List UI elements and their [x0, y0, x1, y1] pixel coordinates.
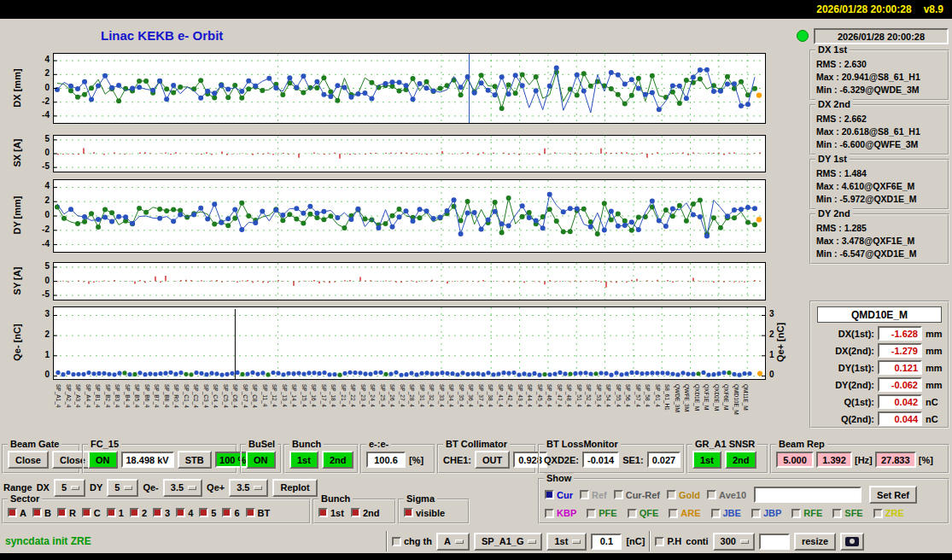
gr-snsr-2nd-button[interactable]: 2nd [725, 451, 757, 469]
bunch-2nd-button[interactable]: 2nd [322, 451, 354, 469]
sector-item-2[interactable]: 2 [130, 508, 147, 518]
sigma-item-visible[interactable]: visible [404, 508, 445, 518]
show-item-cur[interactable]: Cur [545, 490, 573, 500]
snapshot-button[interactable] [840, 533, 864, 551]
sector-checkbox-bt[interactable] [246, 508, 255, 517]
show-region-checkbox-are[interactable] [669, 509, 678, 518]
show-item-ref[interactable]: Ref [580, 490, 607, 500]
blank-input[interactable] [759, 534, 790, 550]
show-region-checkbox-sfe[interactable] [832, 509, 842, 518]
threshold-field[interactable]: 0.1 [591, 534, 622, 550]
tick-label: 2 [32, 195, 50, 205]
chg-th-checkbox[interactable] [392, 537, 401, 546]
show-region-item-rfe[interactable]: RFE [791, 508, 822, 518]
show-region-checkbox-rfe[interactable] [791, 509, 801, 518]
busel-on-button[interactable]: ON [246, 451, 276, 469]
sector-item-6[interactable]: 6 [222, 508, 239, 518]
show-region-checkbox-qfe[interactable] [628, 509, 637, 518]
sector-item-b[interactable]: B [32, 508, 51, 518]
ph-checkbox[interactable] [655, 537, 664, 546]
show-item-gold[interactable]: Gold [667, 490, 700, 500]
show-region-checkbox-jbp[interactable] [751, 509, 761, 518]
sector-item-5[interactable]: 5 [199, 508, 216, 518]
sector-checkbox-2[interactable] [130, 508, 139, 517]
che1-out-button[interactable]: OUT [475, 451, 510, 469]
range-dy-select[interactable]: 5 [107, 479, 138, 497]
sector-item-3[interactable]: 3 [153, 508, 170, 518]
fc15-stb-button[interactable]: STB [178, 451, 212, 469]
show-region-item-sfe[interactable]: SFE [832, 508, 862, 518]
x-axis-label: SP_56_4 [625, 384, 631, 407]
show-region-checkbox-kbp[interactable] [545, 509, 554, 518]
sector-a-select[interactable]: A [436, 533, 470, 551]
show-checkbox-cur[interactable] [545, 490, 554, 499]
sector-item-4[interactable]: 4 [176, 508, 193, 518]
show-checkbox-cur-ref[interactable] [614, 490, 623, 499]
show-region-item-pfe[interactable]: PFE [587, 508, 616, 518]
beam-gate-close1-button[interactable]: Close [8, 451, 49, 469]
x-axis-label: SP_18_4 [330, 384, 336, 407]
sector-checkbox-c[interactable] [82, 508, 91, 517]
show-region-checkbox-jbe[interactable] [711, 509, 721, 518]
sector-checkbox-4[interactable] [176, 508, 185, 517]
bunch-1st-select[interactable]: 1st [546, 533, 587, 551]
x-axis-label: QMD10E_M [733, 384, 739, 415]
interval-select[interactable]: 300 [713, 533, 755, 551]
sector-checkbox-1[interactable] [107, 508, 116, 517]
replot-button[interactable]: Replot [272, 479, 317, 497]
sector-checkbox-5[interactable] [199, 508, 208, 517]
bunch-select-item-2nd[interactable]: 2nd [351, 508, 380, 518]
bunch-select-item-1st[interactable]: 1st [318, 508, 344, 518]
sector-checkbox-3[interactable] [153, 508, 162, 517]
stats-group-title: DY 2nd [815, 208, 853, 219]
sector-item-c[interactable]: C [82, 508, 101, 518]
show-region-item-qfe[interactable]: QFE [628, 508, 659, 518]
bunch-1st-button[interactable]: 1st [289, 451, 318, 469]
show-item-ave10[interactable]: Ave10 [707, 490, 746, 500]
sector-item-a[interactable]: A [8, 508, 26, 518]
stats-line: Min : -5.972@QXD1E_M [816, 193, 945, 206]
fc15-on-button[interactable]: ON [88, 451, 118, 469]
x-axis-label: SP_33_4 [439, 384, 445, 407]
show-region-checkbox-pfe[interactable] [587, 509, 596, 518]
show-region-item-are[interactable]: ARE [669, 508, 700, 518]
range-qep-select[interactable]: 3.5 [229, 479, 268, 497]
show-item-cur-ref[interactable]: Cur-Ref [614, 490, 660, 500]
sector-item-1[interactable]: 1 [107, 508, 124, 518]
show-checkbox-ref[interactable] [580, 490, 589, 499]
fc15-kv-field: 18.498 kV [121, 452, 174, 468]
monitor-row-label: DY(2nd): [815, 380, 874, 390]
show-checkbox-ave10[interactable] [707, 490, 716, 499]
range-row: Range DX 5 DY 5 Qe- 3.5 Qe+ 3.5 Replot [3, 477, 318, 498]
sector-checkbox-b[interactable] [32, 508, 42, 517]
stats-line: Min : -6.329@QWDE_3M [816, 84, 945, 96]
sp-select[interactable]: SP_A1_G [474, 533, 543, 551]
show-region-label: ZRE [885, 508, 904, 518]
bunch-select-checkbox-1st[interactable] [318, 508, 328, 517]
ph-checkbox-item[interactable]: P.H [655, 536, 681, 546]
show-region-item-kbp[interactable]: KBP [545, 508, 576, 518]
show-checkbox-gold[interactable] [667, 490, 676, 499]
status-message: syncdata init ZRE [5, 535, 91, 547]
sector-item-bt[interactable]: BT [246, 508, 271, 518]
bunch-select-checkbox-2nd[interactable] [351, 508, 360, 517]
sector-checkbox-r[interactable] [57, 508, 67, 517]
resize-button[interactable]: resize [794, 533, 836, 551]
range-qem-select[interactable]: 3.5 [163, 479, 202, 497]
sector-checkbox-a[interactable] [8, 508, 17, 517]
chg-th-checkbox-item[interactable]: chg th [392, 536, 432, 546]
show-region-checkbox-zre[interactable] [873, 509, 883, 518]
set-ref-button[interactable]: Set Ref [869, 486, 917, 504]
sector-item-r[interactable]: R [57, 508, 76, 518]
sigma-checkbox-visible[interactable] [404, 508, 413, 517]
ref-name-input[interactable] [754, 487, 861, 503]
tick-label: 1 [32, 350, 50, 359]
show-region-item-jbe[interactable]: JBE [711, 508, 741, 518]
sector-checkbox-6[interactable] [222, 508, 231, 517]
stats-group-dx-1st: DX 1stRMS : 2.630Max : 20.941@S8_61_H1Mi… [809, 50, 949, 101]
gr-snsr-1st-button[interactable]: 1st [692, 451, 721, 469]
show-region-item-zre[interactable]: ZRE [873, 508, 904, 518]
show-region-item-jbp[interactable]: JBP [751, 508, 781, 518]
range-dx-select[interactable]: 5 [54, 479, 85, 497]
show-label: Cur [557, 490, 573, 500]
